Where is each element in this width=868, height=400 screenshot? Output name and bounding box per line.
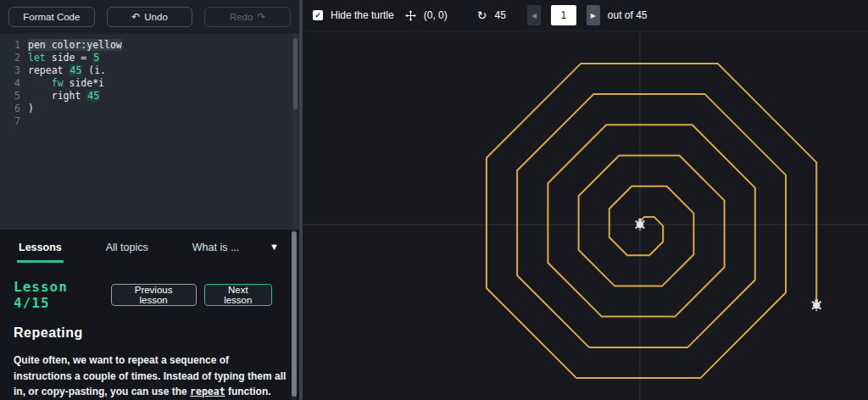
lesson-section: LessonsAll topicsWhat is ... ▼ Lesson 4/… [0,230,299,400]
previous-lesson-button[interactable]: Previous lesson [111,284,197,306]
lesson-body-text: function. [225,386,271,397]
tab-all-topics[interactable]: All topics [104,231,150,263]
step-forward-button[interactable]: ▶ [587,5,600,25]
rotate-icon: ↻ [477,9,487,21]
code-line[interactable]: 3repeat 45 (i. [0,64,299,77]
left-panel: Format Code ↶ Undo Redo ↷ 1pen color:yel… [0,0,299,400]
lesson-body: Quite often, we want to repeat a sequenc… [14,353,287,400]
code-line[interactable]: 6) [0,103,299,115]
line-number: 7 [0,115,28,128]
tabs-list: LessonsAll topicsWhat is ... [17,231,270,263]
canvas-toolbar: ✓ Hide the turtle (0, 0) [303,0,868,31]
editor-scrollbar-thumb[interactable] [293,38,298,109]
lesson-scrollbar-thumb[interactable] [292,231,297,397]
code-lines: 1pen color:yellow2let side = 53repeat 45… [0,39,299,128]
code-line[interactable]: 1pen color:yellow [0,39,299,52]
turtle-icon [812,299,821,312]
redo-icon: ↷ [257,11,265,23]
code-text: pen color:yellow [28,39,122,52]
hide-turtle-label: Hide the turtle [331,9,394,21]
code-line[interactable]: 7 [0,115,299,128]
redo-label: Redo [230,12,253,22]
code-text: repeat 45 (i. [28,64,106,77]
check-icon: ✓ [314,11,321,19]
hide-turtle-checkbox[interactable]: ✓ [313,10,323,20]
line-number: 3 [0,64,28,77]
line-number: 5 [0,90,28,103]
editor-scrollbar[interactable] [292,34,298,230]
next-lesson-button[interactable]: Next lesson [204,284,272,306]
move-icon [405,10,416,21]
code-text: ) [28,103,34,115]
code-editor[interactable]: 1pen color:yellow2let side = 53repeat 45… [0,34,299,230]
tab-lessons[interactable]: Lessons [17,231,64,263]
step-input[interactable] [551,5,576,25]
code-line[interactable]: 4 fw side*i [0,77,299,90]
lesson-title: Lesson 4/15 [14,279,111,311]
redo-button[interactable]: Redo ↷ [204,7,291,27]
lesson-panel: Lesson 4/15 Previous lesson Next lesson … [0,264,299,400]
lesson-heading: Repeating [14,325,286,341]
line-number: 4 [0,77,28,90]
line-number: 6 [0,103,28,115]
repeat-function-link[interactable]: repeat [190,386,225,397]
tab-what-is[interactable]: What is ... [191,231,242,263]
turtle-canvas[interactable] [303,31,868,400]
undo-label: Undo [144,12,168,22]
angle-value: 45 [494,9,505,21]
lesson-scrollbar[interactable] [292,230,297,400]
code-line[interactable]: 2let side = 5 [0,52,299,64]
lesson-nav-buttons: Previous lesson Next lesson [111,284,272,306]
chevron-down-icon[interactable]: ▼ [270,242,282,252]
code-text: let side = 5 [28,52,100,64]
coordinates-value: (0, 0) [424,9,448,21]
code-line[interactable]: 5 right 45 [0,90,299,103]
editor-toolbar: Format Code ↶ Undo Redo ↷ [0,0,299,34]
app-window: Format Code ↶ Undo Redo ↷ 1pen color:yel… [0,0,868,400]
undo-icon: ↶ [131,11,140,23]
line-number: 2 [0,52,28,64]
right-panel: ✓ Hide the turtle (0, 0) [303,0,868,400]
spiral-path [487,64,816,378]
code-text: fw side*i [28,77,104,90]
lesson-header: Lesson 4/15 Previous lesson Next lesson [14,279,286,311]
step-back-button[interactable]: ◀ [527,5,541,25]
format-code-button[interactable]: Format Code [8,7,95,27]
code-text: right 45 [28,90,100,103]
undo-button[interactable]: ↶ Undo [107,7,193,27]
tabs-bar: LessonsAll topicsWhat is ... ▼ [0,230,299,264]
step-total-label: out of 45 [608,9,648,21]
line-number: 1 [0,39,28,52]
